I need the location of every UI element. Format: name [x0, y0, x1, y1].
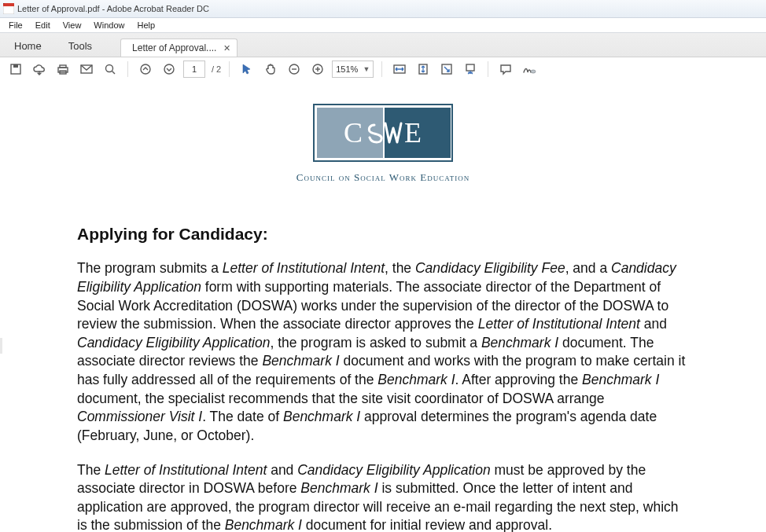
- zoom-dropdown[interactable]: 151% ▼: [332, 61, 374, 78]
- tab-document-label: Letter of Approval....: [132, 42, 216, 53]
- svg-line-9: [112, 72, 116, 75]
- page-down-icon[interactable]: [160, 60, 179, 79]
- svg-point-8: [106, 65, 113, 72]
- tab-document[interactable]: Letter of Approval.... ✕: [120, 39, 238, 57]
- menu-window[interactable]: Window: [88, 20, 130, 31]
- svg-point-10: [141, 64, 150, 74]
- separator: [488, 61, 488, 77]
- separator: [229, 61, 230, 77]
- svg-point-11: [164, 64, 174, 74]
- search-icon[interactable]: [101, 60, 120, 79]
- page-number-input[interactable]: [183, 61, 205, 78]
- doc-para-1: The program submits a Letter of Institut…: [77, 259, 689, 445]
- document-body: Applying for Candidacy: The program subm…: [0, 184, 766, 532]
- zoom-out-icon[interactable]: [285, 60, 304, 79]
- save-icon[interactable]: [6, 60, 25, 79]
- cloud-icon[interactable]: [30, 60, 49, 79]
- svg-point-21: [531, 70, 536, 73]
- read-mode-icon[interactable]: [461, 60, 480, 79]
- close-tab-icon[interactable]: ✕: [223, 44, 230, 52]
- comment-icon[interactable]: [496, 60, 515, 79]
- email-icon[interactable]: [77, 60, 96, 79]
- doc-heading: Applying for Candidacy:: [77, 223, 689, 245]
- chevron-down-icon: ▼: [363, 65, 370, 73]
- print-icon[interactable]: [53, 60, 72, 79]
- org-name: Council on Social Work Education: [0, 171, 766, 184]
- hand-pan-icon[interactable]: [261, 60, 280, 79]
- tab-home[interactable]: Home: [3, 35, 53, 57]
- title-bar: Letter of Approval.pdf - Adobe Acrobat R…: [0, 0, 766, 18]
- separator: [127, 61, 128, 77]
- org-logo: C E Council on Social Work Education: [0, 104, 766, 184]
- separator: [381, 61, 382, 77]
- svg-rect-5: [60, 65, 66, 68]
- fullscreen-icon[interactable]: [437, 60, 456, 79]
- pdf-app-icon: [3, 3, 14, 14]
- svg-rect-20: [466, 64, 474, 71]
- menu-bar: File Edit View Window Help: [0, 18, 766, 33]
- page-edge-shadow: [0, 338, 2, 354]
- document-viewport[interactable]: C E Council on Social Work Education App…: [0, 79, 766, 532]
- zoom-in-icon[interactable]: [308, 60, 327, 79]
- page-total: / 2: [210, 64, 221, 74]
- doc-para-2: The Letter of Institutional Intent and C…: [77, 461, 689, 532]
- selection-arrow-icon[interactable]: [238, 60, 256, 79]
- sign-icon[interactable]: [520, 60, 539, 79]
- page-up-icon[interactable]: [136, 60, 155, 79]
- tab-tools[interactable]: Tools: [57, 35, 103, 57]
- menu-view[interactable]: View: [57, 20, 87, 31]
- tab-bar: Home Tools Letter of Approval.... ✕: [0, 33, 766, 57]
- zoom-value: 151%: [336, 64, 358, 74]
- menu-edit[interactable]: Edit: [30, 20, 56, 31]
- menu-file[interactable]: File: [3, 20, 28, 31]
- fit-width-icon[interactable]: [390, 60, 409, 79]
- window-title: Letter of Approval.pdf - Adobe Acrobat R…: [17, 4, 209, 13]
- fit-page-icon[interactable]: [414, 60, 433, 79]
- svg-rect-1: [3, 3, 14, 6]
- svg-rect-3: [13, 64, 18, 68]
- pdf-page: C E Council on Social Work Education App…: [0, 79, 766, 532]
- menu-help[interactable]: Help: [131, 20, 160, 31]
